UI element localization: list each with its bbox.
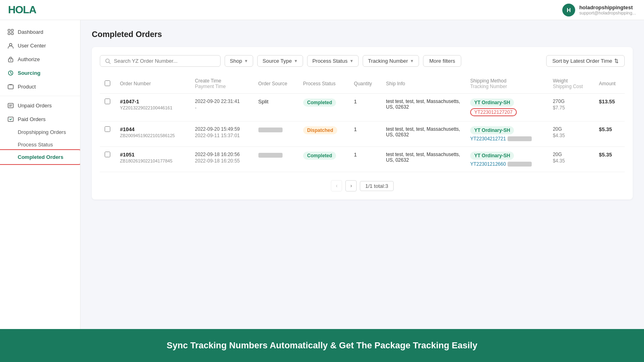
shop-filter-button[interactable]: Shop ▼ xyxy=(225,55,253,67)
shipping-cost-1: $7.75 xyxy=(553,105,589,111)
tracking-number-filter-label: Tracking Number xyxy=(368,58,408,64)
source-type-chevron-icon: ▼ xyxy=(294,59,298,63)
search-input[interactable] xyxy=(114,58,215,64)
col-weight: WeightShipping Cost xyxy=(548,74,594,94)
svg-rect-0 xyxy=(8,29,10,31)
weight-3: 20G xyxy=(553,152,589,157)
order-ref-1: YZ20132290221004461​61 xyxy=(120,105,185,110)
shipping-method-1: YT Ordinary-SH xyxy=(470,99,514,107)
sidebar-label-product: Product xyxy=(18,84,36,90)
tracking-number-filter-button[interactable]: Tracking Number ▼ xyxy=(363,55,419,67)
sidebar-item-unpaid-orders[interactable]: Unpaid Orders xyxy=(0,99,80,112)
shop-chevron-icon: ▼ xyxy=(244,59,248,63)
col-quantity: Quantity xyxy=(349,74,381,94)
svg-rect-9 xyxy=(8,103,13,108)
weight-1: 270G xyxy=(553,99,589,104)
sidebar-sub-item-process-status[interactable]: Process Status xyxy=(0,138,80,151)
sidebar-item-paid-orders[interactable]: Paid Orders xyxy=(0,112,80,126)
create-time-1: 2022-09-20 22:31:41 xyxy=(195,99,248,104)
svg-rect-8 xyxy=(8,85,13,89)
payment-time-1: - xyxy=(195,105,248,111)
next-page-button[interactable]: › xyxy=(345,180,357,191)
tracking-number-2: YT22304212721 xyxy=(470,136,506,142)
sidebar-sub-item-dropshipping-orders[interactable]: Dropshipping Orders xyxy=(0,126,80,138)
dashboard-icon xyxy=(7,29,14,35)
user-email: support@holadropshipping... xyxy=(579,10,636,15)
tracking-number-cell-1: YT223012127207 xyxy=(470,108,543,116)
sort-button[interactable]: Sort by Latest Order Time ⇅ xyxy=(546,55,625,67)
sidebar-item-product[interactable]: Product xyxy=(0,80,80,93)
svg-point-6 xyxy=(10,60,11,60)
user-info: H holadropshippingtest support@holadrops… xyxy=(562,4,636,16)
search-box[interactable] xyxy=(100,55,221,67)
col-order-source: Order Source xyxy=(254,74,299,94)
create-time-2: 2022-09-20 15:49:59 xyxy=(195,126,248,132)
tracking-number-3: YT22301212660 xyxy=(470,161,506,167)
process-status-filter-button[interactable]: Process Status ▼ xyxy=(307,55,359,67)
row-3-checkbox[interactable] xyxy=(105,152,110,157)
svg-rect-3 xyxy=(11,33,13,35)
product-icon xyxy=(7,83,14,90)
order-ref-2: ZB20094519022101586125 xyxy=(120,133,185,138)
page-title: Completed Orders xyxy=(92,30,633,39)
bottom-banner: Sync Tracking Numbers Automatically & Ge… xyxy=(0,329,644,362)
ship-info-3: test test, test, test, Massachusetts, US… xyxy=(381,147,465,172)
order-source-blurred-3 xyxy=(258,153,283,158)
sidebar-sub-item-completed-orders[interactable]: Completed Orders xyxy=(0,151,80,163)
row-1-checkbox[interactable] xyxy=(105,99,110,104)
svg-point-4 xyxy=(9,43,12,46)
table-row: #1044 ZB20094519022101586125 2022-09-20 … xyxy=(100,121,625,147)
shipping-cost-2: $4.35 xyxy=(553,133,589,138)
process-status-filter-label: Process Status xyxy=(312,58,347,64)
quantity-1: 1 xyxy=(349,94,381,121)
tracking-number-cell-2: YT22304212721 xyxy=(470,136,543,142)
sort-icon: ⇅ xyxy=(614,58,619,64)
tracking-blurred-2 xyxy=(508,136,532,141)
sidebar-item-user-center[interactable]: User Center xyxy=(0,39,80,52)
sidebar-label-authorize: Authorize xyxy=(18,56,40,62)
col-process-status: Process Status xyxy=(298,74,349,94)
tracking-number-chevron-icon: ▼ xyxy=(410,59,414,63)
col-amount: Amount xyxy=(594,74,625,94)
user-avatar: H xyxy=(562,4,575,16)
order-number-2: #1044 xyxy=(120,126,185,132)
pagination: ‹ › 1/1 total:3 xyxy=(100,180,625,191)
sidebar-divider xyxy=(0,96,80,96)
select-all-checkbox[interactable] xyxy=(105,80,110,86)
logo-text: HOLA xyxy=(8,4,36,16)
prev-page-button[interactable]: ‹ xyxy=(331,180,342,191)
order-number-1: #1047-1 xyxy=(120,99,185,105)
sidebar-item-dashboard[interactable]: Dashboard xyxy=(0,25,80,39)
more-filters-button[interactable]: More filters xyxy=(423,55,461,67)
orders-table: Order Number Create TimePayment Time Ord… xyxy=(100,74,625,172)
shipping-cost-3: $4.35 xyxy=(553,158,589,164)
sidebar-label-dashboard: Dashboard xyxy=(18,29,43,35)
shipping-method-3: YT Ordinary-SH xyxy=(470,152,514,160)
sidebar: Dashboard User Center Authorize Sourcing… xyxy=(0,20,80,329)
order-source-1: Split xyxy=(254,94,299,121)
search-icon xyxy=(105,58,111,64)
main-content: Completed Orders Shop ▼ Source Type xyxy=(80,20,644,329)
source-type-filter-button[interactable]: Source Type ▼ xyxy=(257,55,303,67)
amount-2: $5.35 xyxy=(594,121,625,147)
shop-filter-label: Shop xyxy=(230,58,242,64)
sidebar-label-paid-orders: Paid Orders xyxy=(18,116,45,122)
process-status-chevron-icon: ▼ xyxy=(349,59,353,63)
table-row: #1051 ZB18026190221041​77845 2022-09-18 … xyxy=(100,147,625,172)
sidebar-item-sourcing[interactable]: Sourcing xyxy=(0,66,80,80)
sourcing-icon xyxy=(7,70,14,76)
tracking-number-1: YT223012127207 xyxy=(470,108,516,116)
sidebar-sub-label-completed-orders: Completed Orders xyxy=(18,154,63,160)
amount-3: $5.35 xyxy=(594,147,625,172)
sidebar-item-authorize[interactable]: Authorize xyxy=(0,52,80,66)
user-details: holadropshippingtest support@holadropshi… xyxy=(579,4,636,15)
sidebar-label-user-center: User Center xyxy=(18,43,46,49)
order-number-3: #1051 xyxy=(120,152,185,158)
sidebar-sub-label-process-status: Process Status xyxy=(18,142,53,148)
col-shipping-method: Shipping MethodTracking Number xyxy=(465,74,548,94)
row-2-checkbox[interactable] xyxy=(105,126,110,132)
tracking-number-cell-3: YT22301212660 xyxy=(470,161,543,167)
payment-time-3: 2022-09-18 16:20:55 xyxy=(195,158,248,164)
quantity-2: 1 xyxy=(349,121,381,147)
shipping-method-2: YT Ordinary-SH xyxy=(470,126,514,134)
